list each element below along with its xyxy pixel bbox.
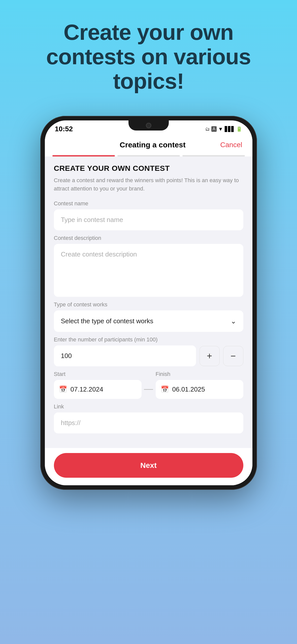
a-icon: A <box>211 126 217 132</box>
submit-button[interactable]: Next <box>54 453 243 478</box>
link-label: Link <box>54 403 243 410</box>
participants-row: 100 + − <box>54 345 243 366</box>
start-date-input[interactable]: 📅 07.12.2024 <box>54 380 142 399</box>
battery-icon: 🔋 <box>236 126 242 132</box>
decrement-button[interactable]: − <box>223 346 243 366</box>
progress-step-1 <box>52 155 115 156</box>
increment-button[interactable]: + <box>200 346 220 366</box>
signal-icon: ▋▋▋ <box>225 126 235 132</box>
section-title: CREATE YOUR OWN CONTEST <box>54 164 243 173</box>
content-area: CREATE YOUR OWN CONTEST Create a contest… <box>45 156 252 448</box>
progress-step-2 <box>117 155 180 156</box>
cancel-button[interactable]: Cancel <box>220 141 242 149</box>
date-row: Start 📅 07.12.2024 — Finish 📅 06.01.2025 <box>54 371 243 399</box>
nav-header: Creating a contest Cancel <box>45 136 252 155</box>
contest-name-input[interactable]: Type in contest name <box>54 209 243 230</box>
finish-label: Finish <box>156 371 243 377</box>
progress-step-3 <box>182 155 245 156</box>
finish-date-input[interactable]: 📅 06.01.2025 <box>156 380 243 399</box>
calendar-icon: 📅 <box>59 385 67 393</box>
link-input[interactable]: https:// <box>54 412 243 433</box>
phone-frame: 10:52 🗂 A ▼ ▋▋▋ 🔋 Creating a contest Can… <box>40 116 257 490</box>
contest-type-dropdown[interactable]: Select the type of contest works ⌄ <box>54 310 243 332</box>
start-date-value: 07.12.2024 <box>71 385 103 393</box>
wifi-icon: ▼ <box>218 126 223 132</box>
hero-title: Create your own contests on various topi… <box>0 20 297 93</box>
date-range-dash: — <box>144 383 153 394</box>
status-time: 10:52 <box>55 125 73 133</box>
finish-date-col: Finish 📅 06.01.2025 <box>156 371 243 399</box>
notch <box>128 120 169 131</box>
camera-dot <box>146 123 151 128</box>
contest-desc-label: Contest description <box>54 235 243 241</box>
finish-date-value: 06.01.2025 <box>172 385 205 393</box>
contest-name-label: Contest name <box>54 200 243 207</box>
nav-title: Creating a contest <box>85 141 220 149</box>
contest-desc-input[interactable]: Create contest description <box>54 244 243 297</box>
status-bar: 10:52 🗂 A ▼ ▋▋▋ 🔋 <box>45 120 252 136</box>
chevron-down-icon: ⌄ <box>230 317 236 325</box>
sd-icon: 🗂 <box>205 126 210 132</box>
progress-bar <box>45 155 252 156</box>
section-desc: Create a contest and reward the winners … <box>54 176 243 193</box>
participants-input[interactable]: 100 <box>54 345 196 366</box>
contest-type-label: Type of contest works <box>54 301 243 308</box>
calendar-icon-2: 📅 <box>161 385 169 393</box>
bottom-btn-area: Next <box>45 448 252 485</box>
participants-label: Enter the number of participants (min 10… <box>54 336 243 343</box>
start-label: Start <box>54 371 142 377</box>
contest-type-value: Select the type of contest works <box>61 317 153 325</box>
start-date-col: Start 📅 07.12.2024 <box>54 371 142 399</box>
